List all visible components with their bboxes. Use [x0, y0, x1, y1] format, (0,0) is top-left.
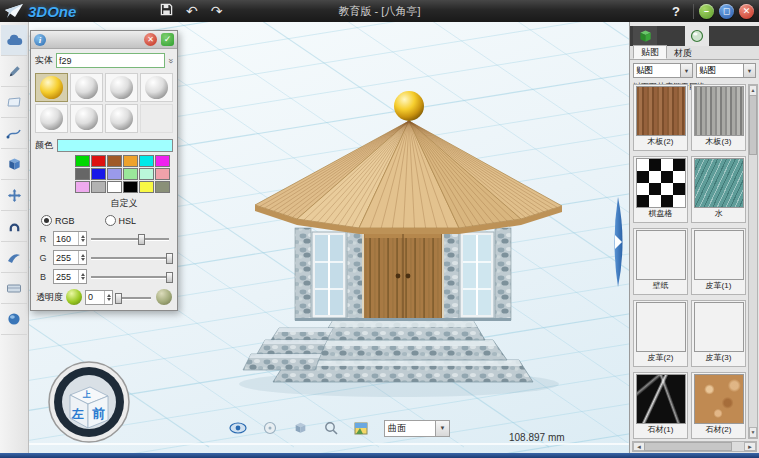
model-library-tab[interactable]: [633, 26, 657, 46]
palette-color[interactable]: [107, 168, 122, 180]
minimize-button[interactable]: –: [699, 4, 714, 19]
entity-input[interactable]: f29: [56, 53, 165, 68]
window-left[interactable]: [312, 232, 346, 318]
plate-tool[interactable]: [1, 273, 27, 304]
palette-color[interactable]: [75, 181, 90, 193]
display-mode-dropdown[interactable]: 曲面 ▼: [384, 420, 450, 437]
opacity-value[interactable]: 0: [85, 290, 113, 305]
texture-item[interactable]: 石材(2): [691, 372, 746, 439]
dialog-header[interactable]: i ✕ ✓: [31, 31, 177, 49]
spinner-buttons[interactable]: [78, 251, 86, 264]
palette-color[interactable]: [139, 181, 154, 193]
palette-color[interactable]: [75, 168, 90, 180]
scrollbar-thumb[interactable]: [749, 95, 757, 155]
zoom-magnifier-icon[interactable]: [324, 421, 338, 435]
pavilion-roof[interactable]: [255, 121, 562, 234]
close-button[interactable]: ✕: [739, 4, 754, 19]
navcube-top-label[interactable]: 上: [82, 390, 91, 399]
sketch-brush-tool[interactable]: [1, 56, 27, 87]
channel-slider[interactable]: [91, 252, 171, 263]
palette-color[interactable]: [107, 155, 122, 167]
current-color-swatch[interactable]: [57, 139, 173, 152]
wood-door[interactable]: [363, 228, 443, 320]
palette-color[interactable]: [123, 168, 138, 180]
undo-button[interactable]: ↶: [186, 0, 198, 22]
texture-item[interactable]: 木板(2): [633, 84, 688, 151]
stone-pillar[interactable]: [347, 228, 363, 320]
material-sphere-silver[interactable]: [70, 73, 103, 102]
texture-thumb[interactable]: [694, 86, 744, 136]
pavilion-base-steps[interactable]: [243, 320, 533, 382]
channel-value[interactable]: 255: [53, 250, 87, 265]
material-sphere-silver[interactable]: [140, 73, 173, 102]
scroll-right-icon[interactable]: ►: [744, 442, 756, 451]
render-tool[interactable]: [1, 304, 27, 335]
material-sphere-gold[interactable]: [35, 73, 68, 102]
dropdown-arrow-icon[interactable]: ▼: [435, 421, 449, 436]
solid-feature-tool[interactable]: [1, 149, 27, 180]
palette-color[interactable]: [75, 155, 90, 167]
palette-color[interactable]: [155, 168, 170, 180]
visibility-eye-icon[interactable]: [229, 422, 247, 434]
confirm-button[interactable]: ✓: [161, 33, 174, 46]
texture-thumb[interactable]: [694, 374, 744, 424]
material-sphere-silver[interactable]: [70, 104, 103, 133]
texture-item[interactable]: 皮革(3): [691, 300, 746, 367]
texture-thumb[interactable]: [636, 86, 686, 136]
sketch-plane-tool[interactable]: [1, 87, 27, 118]
texture-item[interactable]: 棋盘格: [633, 156, 688, 223]
scrollbar-thumb[interactable]: [644, 442, 732, 451]
material-sphere-silver[interactable]: [35, 104, 68, 133]
texture-item[interactable]: 皮革(1): [691, 228, 746, 295]
palette-color[interactable]: [155, 155, 170, 167]
orbit-icon[interactable]: [263, 421, 277, 435]
texture-thumb[interactable]: [636, 158, 686, 208]
texture-thumb[interactable]: [636, 230, 686, 280]
texture-item[interactable]: 壁纸: [633, 228, 688, 295]
stone-pillar[interactable]: [443, 228, 459, 320]
channel-value[interactable]: 255: [53, 269, 87, 284]
redo-button[interactable]: ↷: [211, 0, 223, 22]
texture-item[interactable]: 石材(1): [633, 372, 688, 439]
hsl-radio[interactable]: HSL: [105, 215, 137, 226]
chevron-expand-icon[interactable]: »: [165, 58, 175, 63]
cancel-button[interactable]: ✕: [144, 33, 157, 46]
render-mode-icon[interactable]: [354, 422, 368, 435]
channel-value[interactable]: 160: [53, 231, 87, 246]
stone-pillar[interactable]: [295, 228, 311, 320]
maximize-button[interactable]: ◻: [719, 4, 734, 19]
spinner-buttons[interactable]: [78, 270, 86, 283]
view-cube-icon[interactable]: [293, 421, 308, 435]
dropdown-arrow-icon[interactable]: ▼: [743, 64, 755, 77]
palette-color[interactable]: [123, 181, 138, 193]
pavilion-body[interactable]: [295, 228, 511, 321]
channel-slider[interactable]: [91, 271, 171, 282]
tab-texture[interactable]: 贴图: [633, 45, 667, 59]
panel-collapse-handle[interactable]: [609, 197, 627, 287]
vertical-scrollbar[interactable]: ▲ ▼: [748, 84, 758, 439]
opacity-slider[interactable]: [116, 292, 153, 303]
texture-thumb[interactable]: [636, 302, 686, 352]
scroll-down-icon[interactable]: ▼: [749, 427, 757, 438]
navcube-left-label[interactable]: 左: [71, 407, 84, 421]
cloud-tool[interactable]: [1, 25, 27, 56]
texture-thumb[interactable]: [694, 302, 744, 352]
texture-item[interactable]: 木板(3): [691, 84, 746, 151]
palette-color[interactable]: [155, 181, 170, 193]
navcube-front-label[interactable]: 前: [92, 406, 105, 421]
move-tool[interactable]: [1, 180, 27, 211]
texture-item[interactable]: 皮革(2): [633, 300, 688, 367]
palette-color[interactable]: [91, 168, 106, 180]
deform-tool[interactable]: [1, 242, 27, 273]
texture-thumb[interactable]: [694, 158, 744, 208]
dropdown-arrow-icon[interactable]: ▼: [680, 64, 692, 77]
channel-slider[interactable]: [91, 233, 171, 244]
tab-material[interactable]: 材质: [667, 47, 699, 59]
window-right[interactable]: [460, 232, 494, 318]
stone-pillar[interactable]: [495, 228, 511, 320]
texture-item[interactable]: 水: [691, 156, 746, 223]
material-library-tab[interactable]: [685, 26, 709, 46]
texture-category-dropdown-2[interactable]: 贴图 ▼: [696, 63, 756, 78]
custom-color-link[interactable]: 自定义: [71, 195, 177, 213]
texture-thumb[interactable]: [694, 230, 744, 280]
